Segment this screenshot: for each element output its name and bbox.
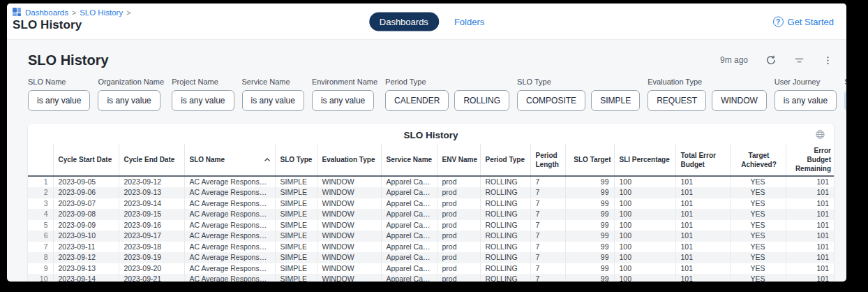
column-header-evaluation-type[interactable]: Evaluation Type — [317, 144, 381, 176]
table-row[interactable]: 72023-09-112023-09-18AC Average Response… — [28, 242, 834, 253]
cell-service-name: Apparel Catal… — [381, 263, 437, 275]
filter-value-is-any-value[interactable]: is any value — [28, 90, 90, 111]
cell-slo-name: AC Average Response Time — [184, 198, 275, 210]
filter-value-calender[interactable]: CALENDER — [385, 90, 449, 111]
cell-period-length: 7 — [530, 176, 565, 187]
refresh-icon[interactable] — [765, 54, 777, 66]
cell-service-name: Apparel Catal… — [381, 198, 437, 210]
cell-cycle-end-date: 2023-09-12 — [119, 176, 184, 187]
filter-value-is-any-value[interactable]: is any value — [98, 90, 160, 111]
filter-environment-name: Environment Nameis any value — [312, 78, 377, 111]
column-header-cycle-end-date[interactable]: Cycle End Date — [119, 144, 184, 176]
breadcrumb-separator: > — [126, 8, 130, 17]
tab-folders[interactable]: Folders — [454, 16, 484, 27]
cell-evaluation-type: WINDOW — [317, 231, 381, 242]
filter-label: Start time duration — [844, 78, 846, 86]
column-header-label: Evaluation Type — [322, 156, 375, 163]
column-header-sli-percentage[interactable]: SLI Percentage — [614, 144, 675, 176]
table-row[interactable]: 42023-09-082023-09-15AC Average Response… — [28, 209, 834, 220]
table-row[interactable]: 92023-09-132023-09-20AC Average Response… — [28, 263, 834, 275]
table-row[interactable]: 102023-09-142023-09-21AC Average Respons… — [28, 274, 834, 282]
column-header-label: Total Error Budget — [681, 152, 716, 168]
cell-service-name: Apparel Catal… — [381, 209, 437, 220]
column-header-slo-type[interactable]: SLO Type — [275, 144, 317, 176]
filter-value-window[interactable]: WINDOW — [712, 90, 767, 111]
row-number-cell: 7 — [28, 242, 53, 253]
breadcrumb: Dashboards > SLO History > — [13, 8, 130, 17]
cell-period-type: ROLLING — [480, 242, 530, 253]
cell-total-error-budget: 101 — [675, 263, 730, 275]
cell-slo-type: SIMPLE — [275, 242, 317, 253]
table-row[interactable]: 52023-09-092023-09-16AC Average Response… — [28, 220, 834, 231]
column-header-env-name[interactable]: ENV Name — [437, 144, 480, 176]
column-header-row-number[interactable] — [28, 144, 53, 176]
filter-value-is-any-value[interactable]: is any value — [242, 90, 304, 111]
filter-value-is-in-the-last-2-months[interactable]: is in the last 2 months — [844, 90, 846, 111]
filter-value-is-any-value[interactable]: is any value — [172, 90, 234, 111]
filter-value-simple[interactable]: SIMPLE — [591, 90, 640, 111]
table-row[interactable]: 32023-09-072023-09-14AC Average Response… — [28, 198, 834, 210]
cell-evaluation-type: WINDOW — [317, 209, 381, 220]
filter-icon[interactable] — [793, 54, 805, 66]
table-row[interactable]: 22023-09-062023-09-13AC Average Response… — [28, 187, 834, 198]
filter-label: User Journey — [775, 78, 837, 86]
globe-icon[interactable] — [815, 129, 825, 143]
cell-period-length: 7 — [530, 252, 565, 263]
column-header-slo-name[interactable]: SLO Name — [184, 144, 275, 176]
filter-value-composite[interactable]: COMPOSITE — [517, 90, 585, 111]
filter-value-is-any-value[interactable]: is any value — [312, 90, 374, 111]
cell-sli-percentage: 100 — [614, 231, 675, 242]
cell-slo-name: AC Average Response Time — [184, 187, 275, 198]
cell-period-type: ROLLING — [480, 176, 530, 187]
cell-slo-name: AC Average Response Time — [184, 242, 275, 253]
row-number-cell: 9 — [28, 263, 53, 275]
breadcrumb-link-dashboards[interactable]: Dashboards — [25, 8, 68, 17]
filter-controls: COMPOSITESIMPLE — [517, 90, 640, 111]
slo-history-table: Cycle Start DateCycle End DateSLO NameSL… — [28, 144, 834, 282]
cell-slo-target: 99 — [565, 274, 614, 282]
column-header-label: SLO Name — [190, 156, 225, 163]
column-header-label: SLO Target — [574, 156, 611, 163]
cell-cycle-end-date: 2023-09-16 — [119, 220, 184, 231]
filter-value-rolling[interactable]: ROLLING — [454, 90, 509, 111]
cell-cycle-start-date: 2023-09-06 — [53, 187, 119, 198]
help-circle-icon: ? — [773, 16, 784, 27]
table-row[interactable]: 82023-09-122023-09-19AC Average Response… — [28, 252, 834, 263]
tab-dashboards[interactable]: Dashboards — [369, 12, 439, 31]
more-vert-icon[interactable] — [822, 54, 834, 66]
filter-controls: is any value — [242, 90, 304, 111]
column-header-total-error-budget[interactable]: Total Error Budget — [675, 144, 730, 176]
cell-service-name: Apparel Catal… — [381, 231, 437, 242]
filter-slo-type: SLO TypeCOMPOSITESIMPLE — [517, 78, 640, 111]
cell-cycle-start-date: 2023-09-11 — [53, 242, 119, 253]
cell-period-type: ROLLING — [480, 231, 530, 242]
row-number-cell: 5 — [28, 220, 53, 231]
table-row[interactable]: 62023-09-102023-09-17AC Average Response… — [28, 231, 834, 242]
filter-service-name: Service Nameis any value — [242, 78, 304, 111]
column-header-error-budget-remaining[interactable]: Error Budget Remaining — [786, 144, 834, 176]
filter-value-is-any-value[interactable]: is any value — [775, 90, 837, 111]
cell-slo-target: 99 — [565, 187, 614, 198]
column-header-period-type[interactable]: Period Type — [480, 144, 530, 176]
breadcrumb-link-slo-history[interactable]: SLO History — [80, 8, 123, 17]
filter-value-request[interactable]: REQUEST — [648, 90, 706, 111]
column-header-cycle-start-date[interactable]: Cycle Start Date — [53, 144, 119, 176]
cell-cycle-end-date: 2023-09-14 — [119, 198, 184, 210]
column-header-target-achieved[interactable]: Target Achieved? — [730, 144, 786, 176]
dashboard-title: SLO History — [28, 52, 109, 68]
cell-evaluation-type: WINDOW — [317, 176, 381, 187]
column-header-period-length[interactable]: Period Length — [530, 144, 565, 176]
cell-slo-target: 99 — [565, 209, 614, 220]
cell-cycle-start-date: 2023-09-12 — [53, 252, 119, 263]
get-started-button[interactable]: ? Get Started — [773, 16, 834, 27]
cell-sli-percentage: 100 — [614, 209, 675, 220]
cell-service-name: Apparel Catal… — [381, 242, 437, 253]
cell-error-budget-remaining: 101 — [786, 252, 834, 263]
cell-evaluation-type: WINDOW — [317, 187, 381, 198]
column-header-slo-target[interactable]: SLO Target — [565, 144, 614, 176]
table-row[interactable]: 12023-09-052023-09-12AC Average Response… — [28, 176, 834, 187]
cell-cycle-end-date: 2023-09-18 — [119, 242, 184, 253]
cell-sli-percentage: 100 — [614, 252, 675, 263]
column-header-service-name[interactable]: Service Name — [381, 144, 437, 176]
filter-controls: is any value — [775, 90, 837, 111]
